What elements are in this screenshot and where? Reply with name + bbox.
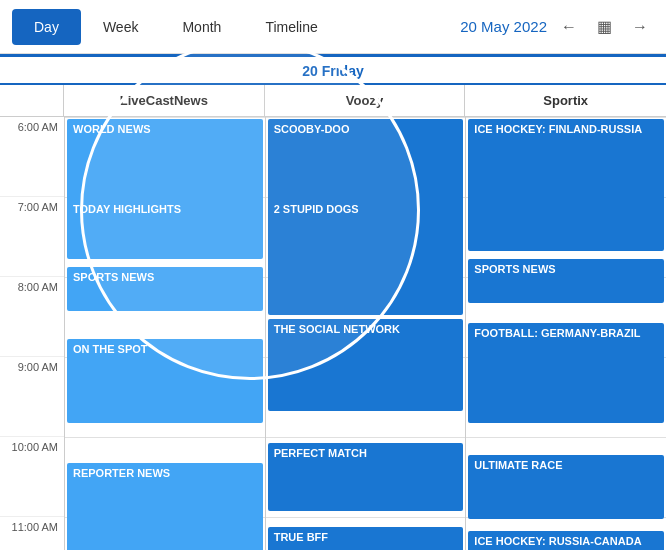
program-item[interactable]: ULTIMATE RACE — [468, 455, 664, 519]
program-item[interactable]: PERFECT MATCH — [268, 443, 464, 511]
header: Day Week Month Timeline 20 May 2022 ← ▦ … — [0, 0, 666, 54]
date-label: 20 Friday — [302, 63, 363, 79]
program-item[interactable]: ICE HOCKEY: RUSSIA-CANADA — [468, 531, 664, 550]
program-item[interactable]: 2 STUPID DOGS — [268, 199, 464, 315]
channel-voozy: Voozy — [265, 85, 466, 116]
col-sportix: ICE HOCKEY: FINLAND-RUSSIASPORTS NEWSFOO… — [465, 117, 666, 550]
prev-button[interactable]: ← — [555, 14, 583, 40]
tab-week[interactable]: Week — [81, 9, 161, 45]
col-livecastnews: WORLD NEWSTODAY HIGHLIGHTSSPORTS NEWSON … — [64, 117, 265, 550]
program-item[interactable]: SPORTS NEWS — [67, 267, 263, 311]
calendar-button[interactable]: ▦ — [591, 13, 618, 40]
header-right: 20 May 2022 ← ▦ → — [460, 13, 654, 40]
col-voozy: SCOOBY-DOO2 STUPID DOGSTHE SOCIAL NETWOR… — [265, 117, 466, 550]
channel-sportix: Sportix — [465, 85, 666, 116]
time-slot: 8:00 AM — [0, 277, 64, 357]
time-column: 6:00 AM7:00 AM8:00 AM9:00 AM10:00 AM11:0… — [0, 117, 64, 550]
date-row: 20 Friday — [0, 57, 666, 85]
current-date: 20 May 2022 — [460, 18, 547, 35]
time-slot: 9:00 AM — [0, 357, 64, 437]
channel-livecastnews: LiveCastNews — [64, 85, 265, 116]
program-item[interactable]: ICE HOCKEY: FINLAND-RUSSIA — [468, 119, 664, 251]
time-header — [0, 85, 64, 116]
time-slot: 11:00 AM — [0, 517, 64, 550]
tab-day[interactable]: Day — [12, 9, 81, 45]
next-button[interactable]: → — [626, 14, 654, 40]
channel-headers: LiveCastNews Voozy Sportix — [0, 85, 666, 117]
program-item[interactable]: SPORTS NEWS — [468, 259, 664, 303]
program-item[interactable]: THE SOCIAL NETWORK — [268, 319, 464, 411]
program-item[interactable]: TRUE BFF — [268, 527, 464, 550]
tab-month[interactable]: Month — [160, 9, 243, 45]
tab-timeline[interactable]: Timeline — [243, 9, 339, 45]
program-item[interactable]: TODAY HIGHLIGHTS — [67, 199, 263, 259]
time-slot: 6:00 AM — [0, 117, 64, 197]
program-item[interactable]: ON THE SPOT — [67, 339, 263, 423]
program-item[interactable]: FOOTBALL: GERMANY-BRAZIL — [468, 323, 664, 423]
schedule-body: 6:00 AM7:00 AM8:00 AM9:00 AM10:00 AM11:0… — [0, 117, 666, 550]
time-slot: 7:00 AM — [0, 197, 64, 277]
program-item[interactable]: REPORTER NEWS — [67, 463, 263, 550]
time-slot: 10:00 AM — [0, 437, 64, 517]
